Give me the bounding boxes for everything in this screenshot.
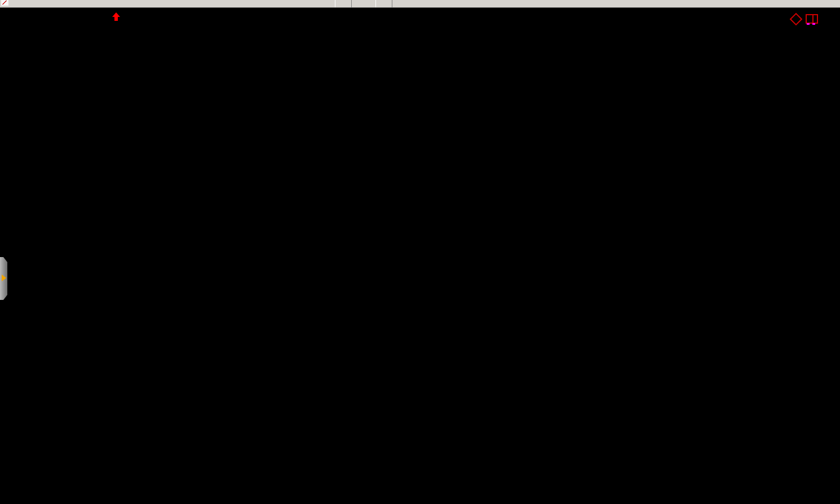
trading-terminal bbox=[0, 0, 840, 504]
menu-options-hot[interactable] bbox=[335, 0, 352, 8]
magenta-dash-icon bbox=[812, 23, 815, 25]
chart-canvas[interactable] bbox=[0, 0, 840, 504]
menu-bar bbox=[0, 0, 840, 8]
menu-discover-hot[interactable] bbox=[375, 0, 392, 8]
expand-arrow-icon bbox=[2, 275, 6, 281]
volume-pane-header bbox=[2, 307, 19, 317]
magenta-dash-icon bbox=[807, 23, 810, 25]
app-logo-icon bbox=[1, 0, 8, 6]
trend-up-arrow-icon bbox=[112, 12, 120, 21]
window-split-icon[interactable] bbox=[806, 14, 818, 24]
kdj-pane-header bbox=[2, 406, 24, 416]
sidebar-expand-handle[interactable] bbox=[0, 257, 7, 300]
